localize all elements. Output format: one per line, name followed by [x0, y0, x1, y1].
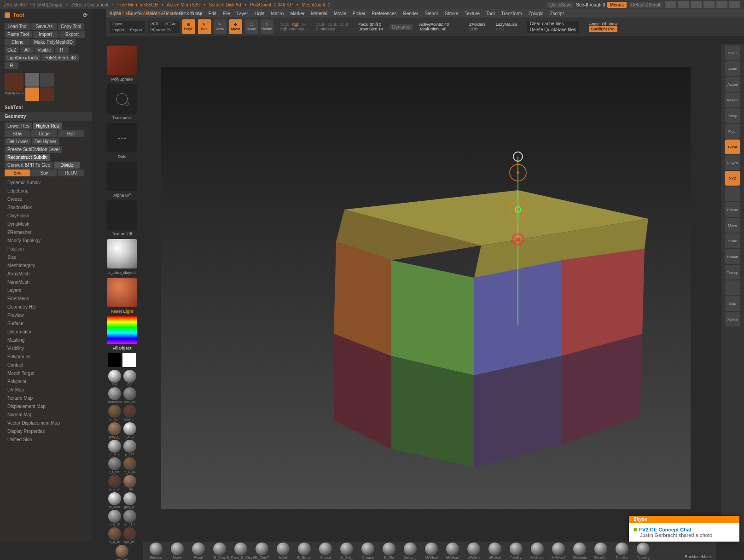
z-intensity[interactable]: Z Intensity — [316, 27, 348, 31]
zcut-toggle[interactable]: Zcut — [340, 22, 349, 27]
tool-btn-paste-tool[interactable]: Paste Tool — [5, 31, 32, 38]
brush-zeoyn_[interactable] — [404, 542, 417, 555]
brush-mahcut[interactable] — [446, 542, 459, 555]
tool-header[interactable]: Tool⟳ — [0, 9, 92, 21]
right-persp[interactable]: Persp — [725, 108, 740, 123]
tool-btn-import[interactable]: Import — [33, 31, 58, 38]
move-icon[interactable]: ✥Move — [229, 19, 242, 34]
section-edgeloop[interactable]: EdgeLoop — [5, 187, 87, 195]
section-normal-map[interactable]: Normal Map — [5, 411, 87, 419]
right-xyz[interactable]: XYZ — [725, 171, 740, 186]
section-nanomesh[interactable]: NanoMesh — [5, 278, 87, 286]
brush-zmodele[interactable] — [573, 542, 586, 555]
menu-movie[interactable]: Movie — [334, 11, 346, 16]
tool-btn-r[interactable]: R — [55, 47, 69, 53]
menu-texture[interactable]: Texture — [465, 11, 480, 16]
material-eye_BP[interactable] — [123, 527, 136, 540]
window-btn-3[interactable] — [691, 1, 702, 8]
section-displacement-map[interactable]: Displacement Map — [5, 402, 87, 410]
brush-hpolish[interactable] — [488, 542, 501, 555]
draw-icon[interactable]: ✎Draw — [214, 19, 227, 34]
rotate-icon[interactable]: ↻Rotate — [261, 19, 273, 34]
material-m_E_01[interactable] — [123, 457, 136, 470]
material-SkinShade[interactable] — [108, 387, 121, 400]
right-aahalf[interactable]: AAHalf — [725, 93, 740, 107]
brush-standar[interactable] — [150, 542, 163, 555]
color-picker[interactable] — [107, 316, 137, 344]
spotlight-pro[interactable]: Spotlight Pro — [589, 26, 617, 32]
brush-e_orb_[interactable] — [340, 542, 353, 555]
geo-btn-reconstruct-subdiv[interactable]: Reconstruct Subdiv — [5, 154, 50, 161]
right-floor[interactable]: Floor — [725, 124, 740, 139]
geo-btn-lower-res[interactable]: Lower Res — [5, 122, 32, 129]
mrgb-toggle[interactable]: Mrgb — [280, 22, 290, 27]
tool-btn-clone[interactable]: Clone — [5, 39, 30, 46]
menu-edit[interactable]: Edit — [209, 11, 216, 16]
material-slot[interactable] — [107, 239, 137, 268]
section-modify-topology[interactable]: Modify Topology — [5, 237, 87, 245]
window-maximize[interactable] — [716, 1, 727, 8]
texture-slot[interactable] — [107, 200, 137, 230]
menu-light[interactable]: Light — [255, 11, 265, 16]
brush-e_smoo[interactable] — [298, 542, 311, 555]
menu-layer[interactable]: Layer — [237, 11, 248, 16]
tool-btn-make-polymesh3d[interactable]: Make PolyMesh3D — [31, 39, 76, 46]
geo-btn-reuv[interactable]: ReUV — [58, 169, 84, 176]
menu-preferences[interactable]: Preferences — [372, 11, 397, 16]
menu-material[interactable]: Material — [311, 11, 328, 16]
right-solo[interactable]: Solo — [725, 296, 740, 311]
default-script[interactable]: DefaultZScript — [628, 2, 663, 8]
brush-topolog[interactable] — [637, 542, 650, 555]
section-masking[interactable]: Masking — [5, 336, 87, 344]
light-slot[interactable] — [107, 278, 137, 307]
material-grey_c.[interactable] — [123, 405, 136, 418]
section-fibermesh[interactable]: FiberMesh — [5, 295, 87, 303]
section-dynamic-subdiv[interactable]: Dynamic Subdiv — [5, 179, 87, 187]
geo-btn-cage[interactable]: Cage — [31, 130, 57, 137]
material-p_e07[interactable] — [123, 440, 136, 453]
section-morph-target[interactable]: Morph Target — [5, 369, 87, 377]
section-dynamesh[interactable]: DynaMesh — [5, 220, 87, 228]
right-xpose[interactable]: Xpose — [725, 312, 740, 327]
right-rotate[interactable]: Rotate — [725, 249, 740, 264]
section-geometry-hd[interactable]: Geometry HD — [5, 303, 87, 311]
tool-btn-all[interactable]: All — [20, 47, 34, 53]
tool-btn-polysphere--48[interactable]: PolySphere. 48 — [41, 54, 78, 61]
material-zz_bro_[interactable] — [108, 405, 121, 418]
draw-size[interactable]: Draw Size 14 — [358, 27, 383, 31]
menu-marker[interactable]: Marker — [290, 11, 304, 16]
zadd-toggle[interactable]: Zadd — [316, 22, 326, 27]
zfolders-button[interactable]: ZFolders — [469, 22, 486, 27]
material-m_x_ur[interactable] — [108, 475, 121, 488]
section-surface[interactable]: Surface — [5, 320, 87, 327]
brush-mahcut[interactable] — [425, 542, 438, 555]
dynamic-toggle[interactable]: Dynamic — [389, 24, 413, 30]
window-btn-2[interactable] — [678, 1, 689, 8]
subtool-section[interactable]: SubTool — [0, 103, 92, 112]
section-position[interactable]: Position — [5, 245, 87, 253]
brush-inflat[interactable] — [277, 542, 290, 555]
material-Flat[interactable] — [108, 370, 121, 383]
section-texture-map[interactable]: Texture Map — [5, 394, 87, 402]
section-polypaint[interactable]: Polypaint — [5, 378, 87, 385]
tool-btn-r[interactable]: R — [5, 62, 18, 69]
brush-mahpoli[interactable] — [531, 542, 544, 555]
material-r_z7_E[interactable] — [123, 422, 136, 435]
alpha-slot[interactable] — [107, 162, 137, 191]
section-zremesher[interactable]: ZRemesher — [5, 228, 87, 236]
pfgra-button[interactable]: PFGra — [162, 21, 180, 27]
brush-crease[interactable] — [361, 542, 374, 555]
material-m_y_x[interactable] — [108, 440, 121, 453]
section-size[interactable]: Size — [5, 253, 87, 261]
section-uv-map[interactable]: UV Map — [5, 386, 87, 394]
brush-e_dam_e_claye[interactable] — [234, 542, 247, 555]
3d-cube-model[interactable] — [161, 67, 691, 509]
menu-stroke[interactable]: Stroke — [445, 11, 458, 16]
transpose-widget[interactable] — [107, 84, 137, 114]
menu-tool[interactable]: Tool — [486, 11, 494, 16]
right-blank-9[interactable] — [725, 187, 740, 201]
tool-btn-lightbox-tools[interactable]: Lightbox▸Tools — [5, 54, 41, 61]
color-swatch-black[interactable] — [108, 353, 122, 367]
material-skin_No[interactable] — [123, 387, 136, 400]
active-tool-thumb[interactable] — [107, 46, 137, 75]
